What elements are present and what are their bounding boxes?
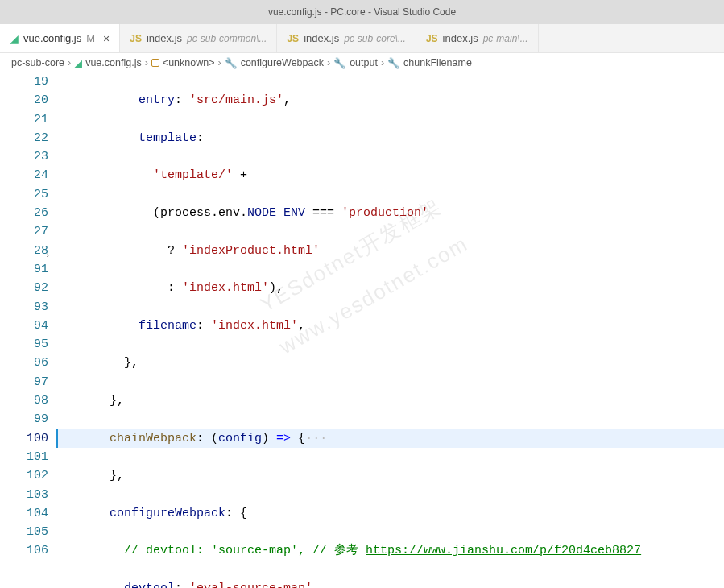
code-line[interactable]: // devtool: 'source-map', // 参考 https://… xyxy=(95,541,724,560)
tab-label: vue.config.js xyxy=(23,32,81,44)
breadcrumb-symbol[interactable]: chunkFilename xyxy=(403,57,472,68)
wrench-icon: 🔧 xyxy=(387,57,400,69)
tab-modified-indicator: M xyxy=(86,32,95,44)
line-number: 97 xyxy=(0,373,48,391)
js-icon: JS xyxy=(426,33,438,44)
line-number: 98 xyxy=(0,391,48,410)
line-number: 23 xyxy=(0,147,48,166)
line-number: 94 xyxy=(0,317,48,335)
line-number: 99 xyxy=(0,410,48,429)
tab-index-pc-main[interactable]: JS index.js pc-main\... xyxy=(416,24,539,52)
code-line[interactable]: }, xyxy=(95,466,724,485)
line-number: 21 xyxy=(0,110,48,129)
chevron-right-icon: › xyxy=(145,57,148,68)
breadcrumb-symbol[interactable]: output xyxy=(350,57,378,68)
line-number: 93 xyxy=(0,298,48,317)
code-line[interactable]: filename: 'index.html', xyxy=(95,317,724,335)
code-content[interactable]: entry: 'src/main.js', template: 'templat… xyxy=(58,72,724,588)
line-number: 102 xyxy=(0,466,48,485)
chevron-right-icon: › xyxy=(68,57,71,68)
line-number: 28› xyxy=(0,242,48,260)
chevron-right-icon: › xyxy=(381,57,384,68)
tab-path: pc-sub-core\... xyxy=(344,33,406,44)
tab-label: index.js xyxy=(304,32,339,44)
line-number: 91 xyxy=(0,260,48,279)
js-icon: JS xyxy=(130,33,142,44)
line-number: 92 xyxy=(0,279,48,297)
editor-tabs: ◢ vue.config.js M × JS index.js pc-sub-c… xyxy=(0,24,724,53)
breadcrumb-folder[interactable]: pc-sub-core xyxy=(11,57,64,68)
line-number: 20 xyxy=(0,91,48,110)
tab-index-sub-core[interactable]: JS index.js pc-sub-core\... xyxy=(277,24,416,52)
line-number: 22 xyxy=(0,129,48,147)
line-number: 106 xyxy=(0,541,48,560)
code-line[interactable]: (process.env.NODE_ENV === 'production' xyxy=(95,204,724,222)
code-line[interactable]: ? 'indexProduct.html' xyxy=(95,242,724,260)
line-number: 26 xyxy=(0,204,48,222)
code-line[interactable]: configureWebpack: { xyxy=(95,504,724,523)
wrench-icon: 🔧 xyxy=(333,57,346,69)
code-line[interactable]: entry: 'src/main.js', xyxy=(95,91,724,110)
line-number: 95 xyxy=(0,335,48,354)
chevron-right-icon: › xyxy=(217,57,221,68)
symbol-icon xyxy=(151,59,159,67)
tab-label: index.js xyxy=(443,32,478,44)
wrench-icon: 🔧 xyxy=(225,57,238,69)
code-line[interactable]: }, xyxy=(95,391,724,410)
breadcrumb-symbol[interactable]: <unknown> xyxy=(163,57,215,68)
line-number: 100💡 xyxy=(0,429,48,448)
chevron-right-icon[interactable]: › xyxy=(45,246,51,265)
breadcrumb-symbol[interactable]: configureWebpack xyxy=(241,57,324,68)
line-number: 25 xyxy=(0,185,48,204)
vue-icon: ◢ xyxy=(10,32,19,45)
line-number: 104 xyxy=(0,504,48,523)
tab-index-sub-common[interactable]: JS index.js pc-sub-common\... xyxy=(120,24,277,52)
js-icon: JS xyxy=(287,33,299,44)
line-number: 24 xyxy=(0,166,48,184)
code-line[interactable]: 'template/' + xyxy=(95,166,724,184)
code-line[interactable]: }, xyxy=(95,354,724,372)
breadcrumb-file[interactable]: vue.config.js xyxy=(85,57,141,68)
tab-vue-config[interactable]: ◢ vue.config.js M × xyxy=(0,24,120,52)
close-icon[interactable]: × xyxy=(103,32,110,45)
breadcrumbs[interactable]: pc-sub-core › ◢ vue.config.js › <unknown… xyxy=(0,53,724,72)
tab-path: pc-sub-common\... xyxy=(187,33,267,44)
tab-path: pc-main\... xyxy=(483,33,528,44)
vue-icon: ◢ xyxy=(74,57,82,69)
line-number: 27 xyxy=(0,222,48,241)
code-line[interactable]: template: xyxy=(95,129,724,147)
code-line[interactable]: chainWebpack: (config) => {··· xyxy=(58,429,724,448)
tab-label: index.js xyxy=(147,32,182,44)
line-number: 105 xyxy=(0,523,48,541)
code-line[interactable]: : 'index.html'), xyxy=(95,279,724,297)
line-number: 101 xyxy=(0,448,48,466)
line-number: 103 xyxy=(0,486,48,504)
code-line[interactable]: devtool: 'eval-source-map', xyxy=(95,579,724,588)
code-editor[interactable]: 19 20 21 22 23 24 25 26 27 28› 91 92 93 … xyxy=(0,72,724,588)
chevron-right-icon: › xyxy=(327,57,330,68)
window-title: vue.config.js - PC.core - Visual Studio … xyxy=(268,6,456,18)
line-number-gutter: 19 20 21 22 23 24 25 26 27 28› 91 92 93 … xyxy=(0,72,58,588)
line-number: 19 xyxy=(0,72,48,91)
line-number: 96 xyxy=(0,354,48,372)
window-title-bar: vue.config.js - PC.core - Visual Studio … xyxy=(0,0,724,24)
